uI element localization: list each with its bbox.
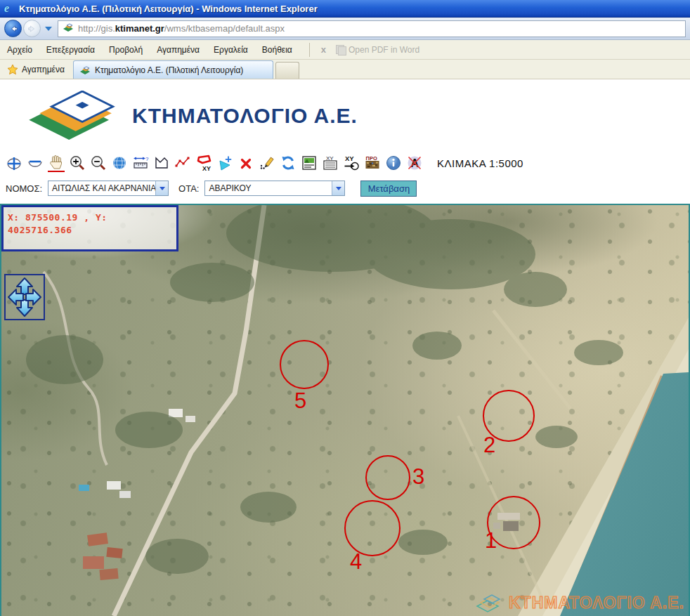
url-prefix: http://gis. [78, 23, 115, 34]
select-zoom-out-icon[interactable] [27, 154, 44, 172]
scale-label: ΚΛΙΜΑΚΑ 1:5000 [437, 157, 523, 169]
measure-distance-icon[interactable]: ? [132, 154, 149, 172]
orthophoto-layer-icon[interactable]: ΠΡΟ [364, 154, 381, 172]
labels-off-icon[interactable]: A [406, 154, 423, 172]
ota-label: ΟΤΑ: [178, 183, 199, 194]
select-zoom-in-icon[interactable] [6, 154, 22, 172]
survey-circle-label-3: 3 [412, 466, 424, 487]
watermark-text: ΚΤΗΜΑΤΟΛΟΓΙΟ Α.Ε. [509, 594, 684, 612]
zoom-in-lens-icon[interactable] [69, 154, 86, 172]
internet-explorer-icon: e [4, 3, 15, 14]
site-favicon [63, 23, 74, 34]
branding: ΚΤΗΜΑΤΟΛΟΓΙΟ Α.Ε. [18, 91, 690, 141]
sketch-edit-icon[interactable] [259, 154, 275, 172]
ktimatologio-logo-icon [18, 91, 124, 141]
favorites-button[interactable]: Αγαπημένα [0, 64, 73, 79]
window-title: Κτηματολόγιο Α.Ε. (Πιλοτική Λειτουργία) … [19, 4, 318, 14]
address-input[interactable]: http://gis.ktimanet.gr/wms/ktbasemap/def… [58, 20, 686, 37]
tab-title: Κτηματολόγιο Α.Ε. (Πιλοτική Λειτουργία) [95, 65, 243, 75]
new-tab-button[interactable] [275, 62, 299, 79]
svg-text:XY: XY [202, 165, 211, 171]
ota-value: ΑΒΑΡΙΚΟΥ [205, 183, 332, 193]
nomos-select[interactable]: ΑΙΤΩΛΙΑΣ ΚΑΙ ΑΚΑΡΝΑΝΙΑΣ [48, 181, 169, 196]
forward-button[interactable] [23, 20, 41, 37]
globe-full-extent-icon[interactable] [111, 154, 128, 172]
zoom-out-lens-icon[interactable] [90, 154, 107, 172]
delete-icon[interactable] [237, 154, 254, 172]
map-watermark: ΚΤΗΜΑΤΟΛΟΓΙΟ Α.Ε. [475, 592, 684, 613]
favorites-bar: Αγαπημένα Κτηματολόγιο Α.Ε. (Πιλοτική Λε… [0, 60, 690, 79]
address-bar: http://gis.ktimanet.gr/wms/ktbasemap/def… [0, 18, 690, 40]
survey-circle-5 [280, 340, 329, 389]
pan-down-arrow[interactable] [17, 300, 32, 316]
map-terrain-art [1, 205, 689, 616]
xy-polygon-icon[interactable]: XY [195, 154, 212, 172]
coordinates-value: X: 875500.19 , Y: 4025716.366 [8, 212, 108, 235]
pan-arrows-icon [6, 276, 43, 318]
survey-circle-label-1: 1 [485, 530, 497, 551]
xy-coordinate-list-icon[interactable]: XY [322, 154, 339, 172]
map-toolbar: ? XY XY XY ΠΡΟ A ΚΛΙΜΑΚΑ 1:5000 [0, 145, 690, 179]
refresh-icon[interactable] [280, 154, 297, 172]
tab-favicon [79, 66, 91, 74]
url-host: ktimanet.gr [115, 23, 164, 34]
pan-hand-icon[interactable] [48, 154, 65, 172]
survey-circle-label-4: 4 [350, 551, 362, 572]
ota-dropdown-icon[interactable] [332, 181, 344, 195]
menu-separator [309, 43, 310, 57]
word-document-icon [336, 45, 346, 54]
back-button[interactable] [4, 20, 22, 37]
nomos-label: ΝΟΜΟΣ: [6, 183, 42, 194]
info-icon[interactable] [385, 154, 402, 172]
menu-file[interactable]: Αρχείο [0, 42, 39, 58]
filters-row: ΝΟΜΟΣ: ΑΙΤΩΛΙΑΣ ΚΑΙ ΑΚΑΡΝΑΝΙΑΣ ΟΤΑ: ΑΒΑΡ… [0, 179, 690, 200]
goto-xy-icon[interactable]: XY [343, 154, 360, 172]
menu-favorites[interactable]: Αγαπημένα [150, 42, 207, 58]
polygon-select-icon[interactable] [153, 154, 170, 172]
legend-image-icon[interactable] [301, 154, 318, 172]
menu-help[interactable]: Βοήθεια [255, 42, 299, 58]
title-bar: e Κτηματολόγιο Α.Ε. (Πιλοτική Λειτουργία… [0, 0, 690, 18]
menu-tools[interactable]: Εργαλεία [207, 42, 255, 58]
svg-text:XY: XY [345, 155, 354, 162]
brand-title: ΚΤΗΜΑΤΟΛΟΓΙΟ Α.Ε. [132, 104, 358, 128]
addon-close-button[interactable]: x [315, 43, 332, 56]
survey-circle-label-5: 5 [294, 390, 306, 412]
pan-up-arrow[interactable] [17, 278, 32, 294]
ota-select[interactable]: ΑΒΑΡΙΚΟΥ [204, 181, 345, 196]
nomos-value: ΑΙΤΩΛΙΑΣ ΚΑΙ ΑΚΑΡΝΑΝΙΑΣ [48, 183, 155, 193]
go-button[interactable]: Μετάβαση [360, 181, 417, 197]
history-dropdown-icon[interactable] [45, 27, 52, 31]
addon-open-pdf-label: Open PDF in Word [349, 45, 419, 55]
menu-view[interactable]: Προβολή [102, 42, 150, 58]
add-point-icon[interactable] [216, 154, 233, 172]
url-path: /wms/ktbasemap/default.aspx [164, 23, 285, 34]
star-icon [7, 64, 18, 75]
survey-circle-3 [365, 455, 410, 500]
tab-ktimatologio[interactable]: Κτηματολόγιο Α.Ε. (Πιλοτική Λειτουργία) [73, 60, 273, 79]
map-container: X: 875500.19 , Y: 4025716.366 ΚΤΗΜΑΤΟΛΟΓ… [0, 204, 690, 616]
nomos-dropdown-icon[interactable] [155, 181, 168, 195]
survey-circle-label-2: 2 [483, 434, 495, 456]
menu-bar: Αρχείο Επεξεργασία Προβολή Αγαπημένα Εργ… [0, 40, 690, 60]
polyline-draw-icon[interactable] [174, 154, 191, 172]
pan-control[interactable] [4, 274, 45, 320]
svg-text:?: ? [145, 156, 149, 162]
svg-text:XY: XY [326, 155, 334, 162]
survey-circle-4 [344, 500, 401, 556]
menu-edit[interactable]: Επεξεργασία [39, 42, 102, 58]
favorites-label: Αγαπημένα [22, 65, 65, 74]
svg-text:ΠΡΟ: ΠΡΟ [366, 155, 377, 162]
watermark-logo-icon [475, 592, 505, 613]
coordinates-box: X: 875500.19 , Y: 4025716.366 [1, 205, 178, 251]
